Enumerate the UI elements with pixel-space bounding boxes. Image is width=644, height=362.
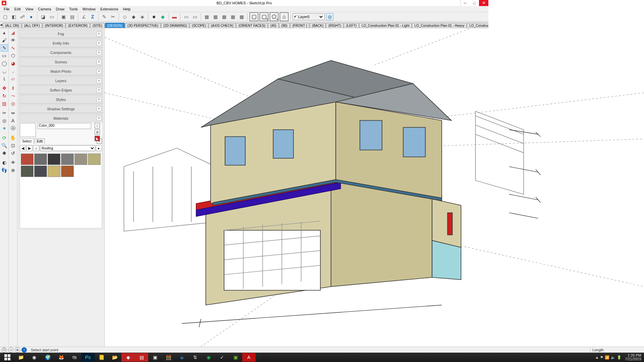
clip1-icon[interactable]: ✎ xyxy=(101,13,108,20)
pushpull-tool-icon[interactable]: ⬍ xyxy=(9,84,17,92)
line-tool-icon[interactable]: ✎ xyxy=(1,44,8,52)
material-swatch[interactable] xyxy=(34,154,47,165)
scene-tab[interactable]: (45) xyxy=(268,23,279,28)
scene-tab[interactable]: (ORIENT FACES) xyxy=(236,23,268,28)
material-swatch[interactable] xyxy=(48,166,60,177)
plan2-icon[interactable]: ▢+ xyxy=(260,12,268,21)
tray-collapse-icon[interactable]: × xyxy=(97,107,101,111)
scene-tab[interactable]: (BACK) xyxy=(310,23,326,28)
scene3-icon[interactable]: ▦ xyxy=(220,13,228,20)
scene1-icon[interactable]: ▦ xyxy=(203,13,210,20)
materials-tab-select[interactable]: Select xyxy=(20,138,34,144)
zoom-tool-icon[interactable]: 🔍 xyxy=(1,142,8,149)
tray-collapse-icon[interactable]: × xyxy=(97,60,101,64)
tray-header[interactable]: Scenes× xyxy=(19,58,103,66)
scene-tab[interactable]: (RIGHT) xyxy=(326,23,343,28)
zoomext-tool-icon[interactable]: ✱ xyxy=(1,149,8,157)
scene-tab[interactable]: LO_Construction Plan 01 - Light xyxy=(359,23,412,28)
walk-tool-icon[interactable]: 👣 xyxy=(1,167,8,174)
layer-select[interactable]: ✔ Layer0 xyxy=(293,13,325,20)
circle-tool-icon[interactable]: ◯ xyxy=(1,60,8,67)
dimension-tool-icon[interactable]: ⇔ xyxy=(9,109,17,117)
scene2-icon[interactable]: ▦ xyxy=(212,13,219,20)
arc2-tool-icon[interactable]: ⤹ xyxy=(1,75,8,82)
scene-tab[interactable]: (AXIS CHECK) xyxy=(209,23,236,28)
arc3-tool-icon[interactable]: ◞ xyxy=(9,67,17,75)
layer-icon[interactable]: ▬ xyxy=(171,13,178,20)
material-swatch[interactable] xyxy=(21,166,34,177)
tray-collapse-icon[interactable]: × xyxy=(97,97,101,102)
offset-tool-icon[interactable]: ◎ xyxy=(9,100,17,107)
tray-header[interactable]: Fog× xyxy=(19,30,103,38)
tag1-icon[interactable]: ▭ xyxy=(182,13,190,20)
orbit-tool-icon[interactable]: ⟳ xyxy=(1,134,8,141)
tray-header[interactable]: Layers× xyxy=(19,77,103,85)
menu-tools[interactable]: Tools xyxy=(67,6,80,12)
solid2-icon[interactable]: ◆ xyxy=(159,13,166,20)
material-swatch[interactable] xyxy=(48,154,60,165)
minimize-button[interactable]: ─ xyxy=(460,0,470,6)
material-default-icon[interactable]: ◎ xyxy=(95,129,100,135)
z-icon[interactable]: Z xyxy=(89,13,96,20)
material-swatch[interactable] xyxy=(88,154,101,165)
look-tool-icon[interactable]: ⊕ xyxy=(9,167,17,174)
scene-tab[interactable]: (EXTERIOR) xyxy=(66,23,90,28)
menu-camera[interactable]: Camera xyxy=(36,6,53,12)
plan4-icon[interactable]: ⌂ xyxy=(280,12,288,21)
tray-header[interactable]: Components× xyxy=(19,49,103,57)
scene-tab[interactable]: (SCOPE) xyxy=(190,23,208,28)
scene-tab[interactable]: LO_Construction Plan 01 - Hatch A xyxy=(467,23,488,28)
scene-tab[interactable]: (90) xyxy=(279,23,290,28)
materials-library-select[interactable]: Roofing xyxy=(40,145,95,151)
menu-file[interactable]: File xyxy=(1,6,12,12)
tray-header[interactable]: Soften Edges× xyxy=(19,86,103,94)
tray-header[interactable]: Materials× xyxy=(19,114,103,122)
section-tool-icon[interactable]: ◐ xyxy=(1,159,8,166)
freehand-tool-icon[interactable]: ∿ xyxy=(9,44,17,52)
layer-dropdown[interactable]: Layer0 xyxy=(297,14,324,19)
scene-tab[interactable]: (ALL ON) xyxy=(3,23,21,28)
move-tool-icon[interactable]: ✥ xyxy=(1,84,8,92)
close-button[interactable]: ✕ xyxy=(479,0,488,6)
select-tool-icon[interactable]: ▴ xyxy=(1,29,8,36)
tray-collapse-icon[interactable]: × xyxy=(97,116,101,121)
menu-window[interactable]: Window xyxy=(80,6,98,12)
tray-collapse-icon[interactable]: × xyxy=(97,32,101,36)
material-swatch[interactable] xyxy=(61,166,74,177)
pie-tool-icon[interactable]: ◕ xyxy=(9,60,17,67)
rectangle-tool-icon[interactable]: ▭ xyxy=(1,52,8,59)
menu-help[interactable]: Help xyxy=(121,6,133,12)
diamond3-icon[interactable]: ◈ xyxy=(139,13,146,20)
material-name-field[interactable]: Color_000 xyxy=(38,123,91,129)
plan1-icon[interactable]: ▢ xyxy=(250,12,258,21)
polygon-tool-icon[interactable]: ⬡ xyxy=(9,52,17,59)
scene-tab[interactable]: (ALL OFF) xyxy=(22,23,42,28)
tray-header[interactable]: Styles× xyxy=(19,96,103,104)
scene-tab[interactable]: LO_Construction Plan 01 - Heavy xyxy=(412,23,467,28)
material-swatch[interactable] xyxy=(34,166,47,177)
tray-collapse-icon[interactable]: × xyxy=(97,78,101,83)
material-create-icon[interactable]: ☼ xyxy=(95,123,100,128)
scene-tab[interactable]: (INTERIOR) xyxy=(43,23,65,28)
material-swatch[interactable] xyxy=(61,154,74,165)
diamond1-icon[interactable]: ◇ xyxy=(121,13,128,20)
tray-collapse-icon[interactable]: × xyxy=(97,69,101,74)
pan-tool-icon[interactable]: ✋ xyxy=(9,134,17,141)
scene-tab[interactable]: (3D PERSPECTIVE) xyxy=(125,23,161,28)
cube2-icon[interactable]: ▤ xyxy=(68,13,76,20)
scene-tab[interactable]: (2D DRAWING) xyxy=(161,23,189,28)
eraser-tool-icon[interactable]: ◢ xyxy=(9,29,17,36)
solid1-icon[interactable]: ■ xyxy=(150,13,158,20)
scene-left-arrow[interactable]: ◀ xyxy=(0,23,2,26)
component-icon[interactable]: ▢ xyxy=(1,13,9,20)
zoomwin-tool-icon[interactable]: ⊡ xyxy=(9,142,17,149)
text-tool-icon[interactable]: A xyxy=(9,117,17,124)
materials-fwd-icon[interactable]: ▶ xyxy=(26,145,33,151)
tape-tool-icon[interactable]: ✂ xyxy=(1,109,8,117)
isometric-icon[interactable]: ◪ xyxy=(39,13,47,20)
tray-header[interactable]: Match Photo× xyxy=(19,67,103,75)
tray-header[interactable]: Entity Info× xyxy=(19,39,103,47)
globe-icon[interactable]: ● xyxy=(28,13,35,20)
scene-tab[interactable]: (DESIGN) xyxy=(105,23,125,28)
plan3-icon[interactable]: ⬠+ xyxy=(270,12,278,21)
